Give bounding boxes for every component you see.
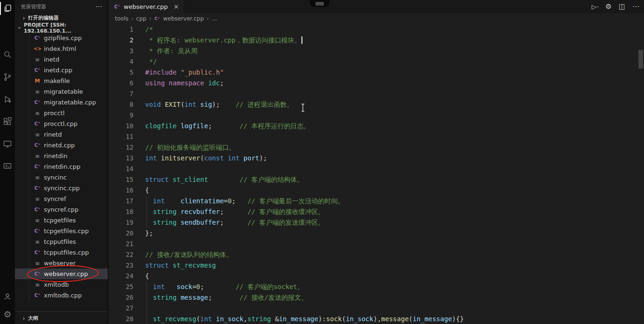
- line-number[interactable]: 4: [108, 56, 133, 67]
- code-line-4[interactable]: */: [145, 56, 464, 67]
- line-number[interactable]: 16: [108, 185, 133, 196]
- file-item-tcpputfiles[interactable]: ≡tcpputfiles: [15, 236, 108, 247]
- run-or-debug-button[interactable]: ▷ ›: [592, 4, 599, 10]
- code-line-28[interactable]: st_recvmesg(int in_sock,string &in_messa…: [145, 314, 464, 324]
- breadcrumb-symbol[interactable]: ...: [212, 15, 217, 22]
- line-number[interactable]: 10: [108, 121, 133, 131]
- line-number[interactable]: 13: [108, 153, 133, 164]
- code-line-12[interactable]: // 初始化服务端的监听端口。: [145, 142, 464, 153]
- line-number[interactable]: 23: [108, 260, 133, 271]
- line-number[interactable]: 2: [108, 35, 133, 46]
- file-item-rinetdin.cpp[interactable]: C⁺rinetdin.cpp: [15, 161, 108, 172]
- line-number[interactable]: 24: [108, 271, 133, 282]
- settings-gear-icon[interactable]: ⚙: [0, 308, 15, 321]
- code-line-5[interactable]: #include "_public.h": [145, 67, 464, 78]
- code-line-3[interactable]: * 作者: 吴从周: [145, 46, 464, 56]
- code-line-25[interactable]: int sock=0; // 客户端的socket。: [145, 282, 464, 292]
- scrollbar-thumb[interactable]: [638, 50, 643, 69]
- line-number[interactable]: 7: [108, 89, 133, 99]
- code-line-7[interactable]: [145, 89, 464, 99]
- line-number[interactable]: 3: [108, 46, 133, 56]
- line-number[interactable]: 19: [108, 217, 133, 228]
- line-number[interactable]: 11: [108, 131, 133, 142]
- code-line-24[interactable]: {: [145, 271, 464, 282]
- code-line-2[interactable]: * 程序名: webserver.cpp，数据访问接口模块。: [145, 35, 464, 46]
- code-line-20[interactable]: };: [145, 228, 464, 239]
- settings-gear-button[interactable]: ⚙: [605, 3, 611, 10]
- code-line-27[interactable]: [145, 303, 464, 314]
- file-item-syncinc.cpp[interactable]: C⁺syncinc.cpp: [15, 183, 108, 193]
- code-line-1[interactable]: /*: [145, 24, 464, 35]
- line-number[interactable]: 1: [108, 24, 133, 35]
- code-line-23[interactable]: struct st_recvmesg: [145, 260, 464, 271]
- outline-section[interactable]: › 大纲: [15, 311, 108, 324]
- line-number[interactable]: 27: [108, 303, 133, 314]
- code-line-19[interactable]: string sendbuffer; // 客户端的发送缓冲区。: [145, 217, 464, 228]
- accounts-icon[interactable]: [0, 290, 15, 303]
- code-line-21[interactable]: [145, 239, 464, 249]
- file-item-webserver.cpp[interactable]: C⁺webserver.cpp: [15, 269, 108, 279]
- file-item-tcpputfiles.cpp[interactable]: C⁺tcpputfiles.cpp: [15, 247, 108, 258]
- breadcrumb-file[interactable]: webserver.cpp: [163, 15, 203, 22]
- file-item-syncref.cpp[interactable]: C⁺syncref.cpp: [15, 204, 108, 215]
- file-item-rinetd[interactable]: ≡rinetd: [15, 129, 108, 140]
- run-debug-icon[interactable]: [0, 93, 15, 106]
- line-number[interactable]: 28: [108, 314, 133, 324]
- explorer-icon[interactable]: [0, 2, 15, 15]
- line-number[interactable]: 5: [108, 67, 133, 78]
- more-actions-icon[interactable]: ⋯: [95, 2, 102, 11]
- file-item-syncinc[interactable]: ≡syncinc: [15, 172, 108, 183]
- line-number[interactable]: 12: [108, 142, 133, 153]
- source-control-icon[interactable]: [0, 70, 15, 83]
- line-number[interactable]: 14: [108, 164, 133, 174]
- line-number[interactable]: 15: [108, 174, 133, 185]
- more-actions-button[interactable]: ⋯: [632, 3, 639, 10]
- code-line-11[interactable]: [145, 131, 464, 142]
- code-line-16[interactable]: {: [145, 185, 464, 196]
- line-number[interactable]: 8: [108, 99, 133, 110]
- remote-targets-icon[interactable]: [0, 160, 15, 173]
- file-item-inetd[interactable]: ≡inetd: [15, 54, 108, 65]
- line-number[interactable]: 22: [108, 249, 133, 260]
- code-editor[interactable]: 1234567891011121314151617181920212223242…: [108, 24, 644, 324]
- code-line-14[interactable]: [145, 164, 464, 174]
- line-number[interactable]: 17: [108, 196, 133, 207]
- project-section[interactable]: › PROJECT [SSH: 192.168.150.1...: [15, 23, 108, 33]
- code-line-6[interactable]: using namespace idc;: [145, 78, 464, 89]
- file-item-gzipfiles.cpp[interactable]: C⁺gzipfiles.cpp: [15, 33, 108, 43]
- file-item-procctl.cpp[interactable]: C⁺procctl.cpp: [15, 118, 108, 129]
- file-item-rinetdin[interactable]: ≡rinetdin: [15, 151, 108, 161]
- code-line-15[interactable]: struct st_client // 客户端的结构体。: [145, 174, 464, 185]
- line-number[interactable]: 9: [108, 110, 133, 121]
- file-item-migratetable[interactable]: ≡migratetable: [15, 86, 108, 97]
- breadcrumb-tools[interactable]: tools: [115, 15, 128, 22]
- file-item-tcpgetfiles.cpp[interactable]: C⁺tcpgetfiles.cpp: [15, 226, 108, 236]
- breadcrumb-cpp[interactable]: cpp: [136, 15, 147, 22]
- code-line-18[interactable]: string recvbuffer; // 客户端的接收缓冲区。: [145, 207, 464, 217]
- search-icon[interactable]: [0, 48, 15, 61]
- file-item-migratetable.cpp[interactable]: C⁺migratetable.cpp: [15, 97, 108, 108]
- file-item-tcpgetfiles[interactable]: ≡tcpgetfiles: [15, 215, 108, 226]
- code-line-26[interactable]: string message; // 接收/发送的报文。: [145, 292, 464, 303]
- code-line-13[interactable]: int initserver(const int port);: [145, 153, 464, 164]
- remote-explorer-icon[interactable]: [0, 138, 15, 151]
- file-item-webserver[interactable]: ≡webserver: [15, 258, 108, 269]
- code-line-10[interactable]: clogfile logfile; // 本程序运行的日志。: [145, 121, 464, 131]
- line-number[interactable]: 26: [108, 292, 133, 303]
- line-number[interactable]: 21: [108, 239, 133, 249]
- file-item-procctl[interactable]: ≡procctl: [15, 108, 108, 118]
- line-number[interactable]: 6: [108, 78, 133, 89]
- file-item-rinetd.cpp[interactable]: C⁺rinetd.cpp: [15, 140, 108, 151]
- extensions-icon[interactable]: [0, 115, 15, 128]
- close-icon[interactable]: ×: [174, 3, 179, 10]
- line-number[interactable]: 20: [108, 228, 133, 239]
- file-item-syncref[interactable]: ≡syncref: [15, 193, 108, 204]
- tab-webserver-cpp[interactable]: C⁺ webserver.cpp ×: [108, 0, 184, 13]
- code-line-22[interactable]: // 接收/发送队列的结构体。: [145, 249, 464, 260]
- file-item-makefile[interactable]: Mmakefile: [15, 76, 108, 86]
- file-item-xmltodb[interactable]: ≡xmltodb: [15, 279, 108, 290]
- scrollbar[interactable]: [637, 48, 644, 324]
- line-number[interactable]: 18: [108, 207, 133, 217]
- code-line-17[interactable]: int clientatime=0; // 客户端最后一次活动的时间。: [145, 196, 464, 207]
- file-item-xmltodb.cpp[interactable]: C⁺xmltodb.cpp: [15, 290, 108, 301]
